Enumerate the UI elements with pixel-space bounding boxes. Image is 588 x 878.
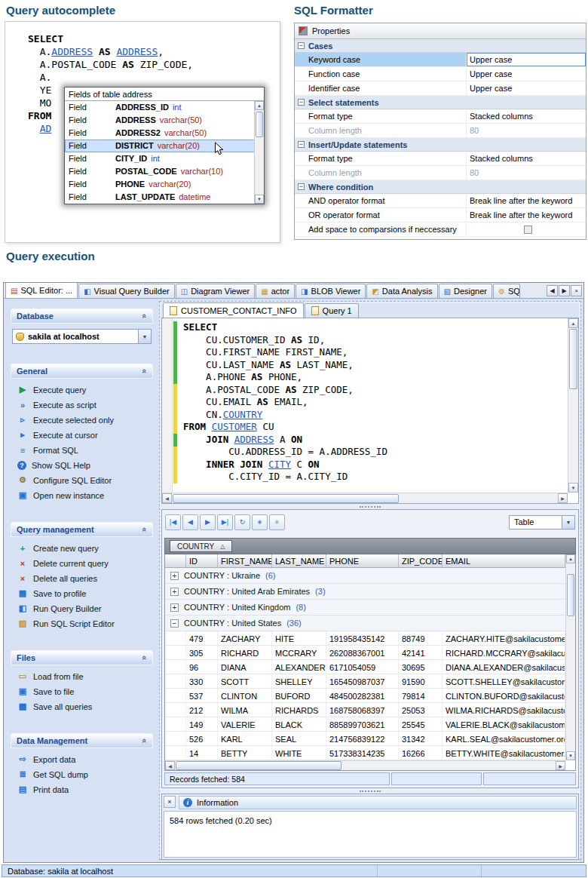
cell-email[interactable]: BETTY.WHITE@sakilacustomer.org (443, 746, 565, 760)
window-tab[interactable]: ◨ BLOB Viewer (296, 284, 366, 298)
horizontal-splitter[interactable] (161, 788, 579, 794)
property-group-where-condition[interactable]: − Where condition (295, 180, 586, 194)
sql-editor[interactable]: SELECT CU.CUSTOMER_ID AS ID, CU.FIRST_NA… (161, 318, 579, 504)
window-tab[interactable]: ▤ SQL Editor: ... (5, 283, 78, 298)
autocomplete-field-row[interactable]: Field PHONE varchar(20) (65, 178, 264, 191)
property-row[interactable]: Column length 80 (295, 124, 586, 138)
sidebar-action[interactable]: ▶ Execute query (17, 384, 152, 395)
scroll-right-icon[interactable]: ▶ (556, 761, 565, 770)
autocomplete-field-row[interactable]: Field POSTAL_CODE varchar(10) (65, 165, 264, 178)
window-tab[interactable]: ◩ Data Analysis (366, 284, 437, 298)
section-header-query-management[interactable]: Query management « (11, 522, 153, 537)
cell-zip-code[interactable]: 25545 (399, 717, 443, 731)
cell-email[interactable]: CLINTON.BUFORD@sakilacustomer.org (443, 689, 565, 702)
sidebar-action[interactable]: ⇨ Export data (17, 754, 152, 765)
editor-tab[interactable]: Query 1 (305, 303, 359, 318)
property-row[interactable]: Format type Stacked columns (295, 152, 586, 166)
sidebar-action[interactable]: ▨ Run SQL Script Editor (17, 618, 152, 629)
property-row[interactable]: Function case Upper case (295, 67, 586, 81)
collapse-group-icon[interactable]: − (298, 99, 305, 106)
cell-first-name[interactable]: VALERIE (218, 717, 272, 731)
autocomplete-field-list[interactable]: Field ADDRESS_ID int Field ADDRESS varch… (65, 101, 264, 204)
last-record-icon[interactable]: ▶| (217, 514, 233, 530)
group-by-bar[interactable]: COUNTRY △ (164, 538, 576, 554)
cell-phone[interactable]: 517338314235 (326, 746, 399, 760)
autocomplete-field-row[interactable]: Field ADDRESS varchar(50) (65, 114, 264, 127)
collapse-chevron-icon[interactable]: « (140, 527, 149, 532)
sidebar-action[interactable]: ▣ Save to file (17, 686, 152, 697)
cell-phone[interactable]: 168758068397 (326, 703, 399, 717)
sidebar-action[interactable]: ? Show SQL Help (17, 459, 152, 471)
scroll-down-icon[interactable]: ▼ (568, 483, 578, 493)
group-row[interactable]: + COUNTRY : United Arab Emirates (3) (165, 584, 565, 600)
cell-last-name[interactable]: MCCRARY (272, 646, 326, 659)
cell-first-name[interactable]: ZACHARY (218, 631, 272, 645)
cell-first-name[interactable]: KARL (218, 732, 272, 745)
scroll-up-icon[interactable]: ▲ (566, 554, 575, 563)
cell-last-name[interactable]: HITE (272, 631, 326, 645)
cell-email[interactable]: RICHARD.MCCRARY@sakilacustomer.org (443, 646, 565, 659)
column-header-zip-code[interactable]: ZIP_CODE (399, 554, 443, 567)
editor-vertical-scrollbar[interactable]: ▲ ▼ (568, 318, 578, 493)
popup-scrollbar[interactable]: ▲ ▼ (254, 101, 264, 204)
scroll-left-icon[interactable]: ◀ (165, 761, 175, 770)
property-name[interactable]: Column length (295, 124, 467, 137)
collapse-chevron-icon[interactable]: « (140, 314, 149, 318)
property-value[interactable]: Upper case (467, 53, 586, 66)
sidebar-action[interactable]: » Execute as script (17, 399, 152, 410)
cell-id[interactable]: 305 (186, 646, 218, 659)
scroll-down-icon[interactable]: ▼ (255, 195, 264, 204)
cell-id[interactable]: 479 (186, 631, 218, 645)
group-by-column-chip[interactable]: COUNTRY △ (170, 540, 232, 552)
property-group-cases[interactable]: − Cases (295, 39, 586, 53)
cell-zip-code[interactable]: 88749 (399, 631, 443, 645)
property-value[interactable]: 80 (467, 166, 586, 180)
cell-last-name[interactable]: ALEXANDER (272, 660, 326, 674)
scroll-tabs-right-icon[interactable]: ▶ (559, 285, 570, 296)
cell-phone[interactable]: 165450987037 (326, 674, 399, 688)
property-name[interactable]: Format type (295, 152, 467, 165)
section-header-general[interactable]: General « (11, 364, 153, 379)
cell-phone[interactable]: 191958435142 (326, 631, 399, 645)
column-header-phone[interactable]: PHONE (326, 554, 399, 567)
column-header-last-name[interactable]: LAST_NAME (272, 554, 326, 567)
cell-last-name[interactable]: BLACK (272, 717, 326, 731)
expand-toggle-icon[interactable]: − (170, 619, 179, 628)
grid-row[interactable]: 330 SCOTT SHELLEY 165450987037 91590 SCO… (165, 674, 565, 689)
cell-zip-code[interactable]: 91590 (399, 674, 443, 688)
grid-row[interactable]: 212 WILMA RICHARDS 168758068397 25053 WI… (165, 703, 565, 717)
cell-zip-code[interactable]: 25053 (399, 703, 443, 717)
dropdown-arrow-icon[interactable]: ▼ (562, 516, 574, 529)
property-group-insert-update-statements[interactable]: − Insert/Update statements (295, 138, 586, 152)
cancel-fetch-icon[interactable]: ∗ (269, 514, 285, 530)
first-record-icon[interactable]: |◀ (165, 514, 181, 530)
grid-row[interactable]: 305 RICHARD MCCRARY 262088367001 42141 R… (165, 646, 565, 660)
collapse-group-icon[interactable]: − (298, 42, 305, 49)
window-tab[interactable]: ▧ Designer (439, 284, 492, 298)
cell-first-name[interactable]: RICHARD (218, 646, 272, 659)
dropdown-arrow-icon[interactable]: ▼ (138, 330, 151, 343)
cell-first-name[interactable]: BETTY (218, 746, 272, 760)
property-value[interactable]: 80 (467, 124, 586, 137)
property-row[interactable]: Identifier case Upper case (295, 81, 586, 96)
collapse-chevron-icon[interactable]: « (140, 655, 149, 660)
cell-first-name[interactable]: SCOTT (218, 674, 272, 688)
cell-phone[interactable]: 262088367001 (326, 646, 399, 659)
group-row[interactable]: + COUNTRY : Ukraine (6) (165, 568, 565, 584)
next-record-icon[interactable]: ▶ (200, 514, 216, 530)
cell-zip-code[interactable]: 79814 (399, 689, 443, 702)
checkbox[interactable] (524, 226, 532, 234)
close-information-icon[interactable]: × (164, 796, 176, 808)
view-mode-select[interactable]: Table ▼ (509, 515, 575, 530)
autocomplete-field-row[interactable]: Field ADDRESS_ID int (65, 101, 264, 114)
scroll-left-icon[interactable]: ◀ (162, 493, 172, 503)
sidebar-action[interactable]: × Delete all queries (17, 573, 152, 584)
section-header-files[interactable]: Files « (11, 650, 153, 665)
cell-phone[interactable]: 6171054059 (326, 660, 399, 674)
cell-id[interactable]: 96 (186, 660, 218, 674)
cell-last-name[interactable]: SEAL (272, 732, 326, 745)
property-value[interactable]: Upper case (467, 81, 586, 95)
sidebar-action[interactable]: ▦ Save to profile (17, 588, 152, 599)
property-group-select-statements[interactable]: − Select statements (295, 96, 586, 109)
sidebar-action[interactable]: ▤ Print data (17, 784, 152, 795)
